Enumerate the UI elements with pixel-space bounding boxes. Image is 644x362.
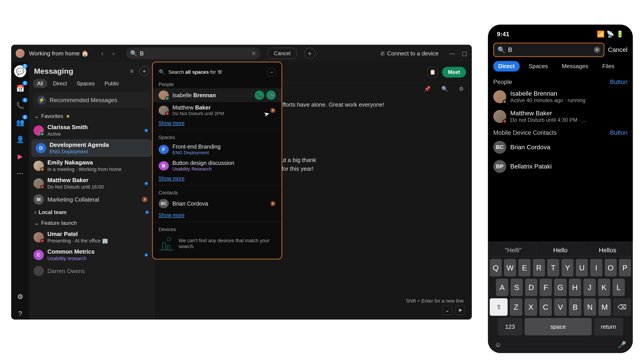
rail-contacts[interactable]: 👤 bbox=[14, 133, 26, 145]
new-chat-button[interactable]: ＋ bbox=[139, 66, 149, 76]
audio-call-icon[interactable]: 📞 bbox=[255, 90, 264, 100]
expand-composer-icon[interactable]: ⌄ bbox=[442, 305, 452, 315]
go-icon[interactable]: → bbox=[267, 68, 276, 77]
m-tab-messages[interactable]: Messages bbox=[557, 61, 593, 71]
video-call-icon[interactable]: 📹 bbox=[266, 90, 276, 100]
result-frontend[interactable]: F Front-end BrandingENG Deployment bbox=[153, 141, 282, 158]
key-x[interactable]: X bbox=[524, 298, 537, 316]
key-e[interactable]: E bbox=[518, 259, 530, 276]
rail-app[interactable]: ▶ bbox=[14, 150, 26, 162]
key-w[interactable]: W bbox=[504, 259, 516, 276]
show-more-spaces[interactable]: Show more bbox=[153, 174, 190, 183]
tab-public[interactable]: Public bbox=[100, 79, 123, 88]
back-button[interactable]: ‹ bbox=[98, 48, 107, 58]
m-result-isabelle[interactable]: Isabelle BrennanActive 40 minutes ago · … bbox=[488, 87, 633, 107]
recommended-row[interactable]: ⚡ Recommended Messages bbox=[33, 92, 150, 108]
key-k[interactable]: K bbox=[598, 279, 610, 296]
sidebar-item-dev[interactable]: D Development AgendaENG Deployment bbox=[31, 139, 152, 157]
key-c[interactable]: C bbox=[539, 298, 552, 316]
key-a[interactable]: A bbox=[496, 279, 508, 296]
key-f[interactable]: F bbox=[540, 279, 552, 296]
key-space[interactable]: space bbox=[524, 318, 592, 336]
global-search[interactable]: 🔍 ✕ bbox=[126, 48, 260, 59]
m-people-button[interactable]: Button bbox=[610, 79, 628, 86]
rail-calendar[interactable]: 📅1 bbox=[14, 82, 26, 94]
result-isabelle[interactable]: Isabelle Brennan 📞 📹 bbox=[153, 88, 282, 102]
key-z[interactable]: Z bbox=[510, 298, 522, 316]
sidebar-item-matthew[interactable]: Matthew BakerDo Not Disturb until 16:00 bbox=[29, 175, 154, 192]
key-i[interactable]: I bbox=[590, 259, 602, 276]
sidebar-item-emily[interactable]: Emily NakagawaIn a meeting · Working fro… bbox=[29, 157, 154, 175]
sugg-3[interactable]: Hellos bbox=[584, 244, 631, 257]
key-u[interactable]: U bbox=[576, 259, 588, 276]
result-brian[interactable]: BC Brian Cordova 🔕 bbox=[153, 197, 282, 211]
clear-icon[interactable]: ✕ bbox=[594, 47, 600, 53]
key-n[interactable]: N bbox=[584, 298, 596, 316]
key-j[interactable]: J bbox=[584, 279, 596, 296]
sugg-1[interactable]: "Helli" bbox=[490, 244, 537, 257]
tab-direct[interactable]: Direct bbox=[49, 79, 71, 88]
key-q[interactable]: Q bbox=[490, 259, 502, 276]
key-y[interactable]: Y bbox=[562, 259, 574, 276]
clear-icon[interactable]: ✕ bbox=[251, 50, 256, 57]
section-local-team[interactable]: › Local team bbox=[29, 207, 154, 218]
search-input[interactable] bbox=[140, 50, 249, 57]
rail-settings[interactable]: ⚙ bbox=[14, 291, 26, 303]
m-result-matthew[interactable]: Matthew BakerDo not Disturb until 4:30 P… bbox=[488, 107, 633, 126]
user-status[interactable]: Working from home 🏠 bbox=[29, 50, 88, 57]
rail-chat[interactable]: 💬5 bbox=[14, 65, 26, 77]
key-123[interactable]: 123 bbox=[498, 318, 522, 336]
key-t[interactable]: T bbox=[547, 259, 559, 276]
key-o[interactable]: O bbox=[605, 259, 617, 276]
key-d[interactable]: D bbox=[525, 279, 537, 296]
key-v[interactable]: V bbox=[554, 298, 567, 316]
mic-icon[interactable]: 🎤 bbox=[618, 341, 626, 349]
rail-calls[interactable]: 📞1 bbox=[14, 99, 26, 111]
key-shift[interactable]: ⇧ bbox=[490, 298, 508, 316]
show-more-contacts[interactable]: Show more bbox=[153, 211, 190, 220]
search-cancel-button[interactable]: Cancel bbox=[268, 48, 297, 59]
sugg-2[interactable]: Hello bbox=[537, 244, 584, 257]
sidebar-item-umar[interactable]: Umar PatelPresenting · At the office 🏢 bbox=[29, 228, 154, 246]
emoji-icon[interactable]: ☺ bbox=[495, 341, 502, 349]
m-mdc-button[interactable]: Button bbox=[610, 129, 628, 136]
forward-button[interactable]: › bbox=[109, 48, 118, 58]
key-g[interactable]: G bbox=[554, 279, 566, 296]
m-result-brian[interactable]: BC Brian Cordova bbox=[488, 138, 633, 157]
user-avatar[interactable] bbox=[16, 49, 24, 58]
search-all-row[interactable]: 🔍 Search all spaces for 'B' → bbox=[153, 65, 282, 79]
m-tab-direct[interactable]: Direct bbox=[493, 61, 520, 71]
meet-button[interactable]: Meet bbox=[442, 67, 466, 77]
sidebar-item-marketing[interactable]: M Marketing Collateral 🔕 bbox=[29, 192, 154, 207]
section-feature-launch[interactable]: ⌄ Feature launch bbox=[29, 218, 154, 228]
mobile-cancel[interactable]: Cancel bbox=[608, 46, 628, 53]
result-button-disc[interactable]: B Button design discussionUsability Rese… bbox=[153, 158, 282, 174]
mobile-search-field[interactable]: 🔍 ✕ bbox=[493, 43, 604, 57]
rail-help[interactable]: ? bbox=[14, 308, 26, 320]
settings-icon[interactable]: ⚙ bbox=[459, 86, 464, 92]
key-r[interactable]: R bbox=[533, 259, 545, 276]
maximize-icon[interactable]: ▢ bbox=[462, 50, 467, 57]
search-in-space-icon[interactable]: 🔍 bbox=[442, 86, 448, 92]
m-tab-files[interactable]: Files bbox=[597, 61, 620, 71]
pin-icon[interactable]: 📌 bbox=[424, 86, 431, 92]
mobile-search-input[interactable] bbox=[508, 46, 591, 53]
add-button[interactable]: ＋ bbox=[304, 48, 315, 59]
sidebar-item-darren[interactable]: Darren Owens bbox=[29, 264, 154, 278]
key-b[interactable]: B bbox=[569, 298, 582, 316]
show-more-people[interactable]: Show more bbox=[153, 118, 190, 128]
key-p[interactable]: P bbox=[619, 259, 631, 276]
rail-more[interactable]: ⋯ bbox=[14, 167, 26, 179]
section-favorites[interactable]: ⌄ Favorites ★ bbox=[29, 111, 154, 122]
sidebar-item-clarissa[interactable]: Clarissa SmithActive bbox=[29, 122, 154, 139]
tab-all[interactable]: All bbox=[33, 79, 47, 88]
tab-spaces[interactable]: Spaces bbox=[73, 79, 98, 88]
key-backspace[interactable]: ⌫ bbox=[613, 298, 631, 316]
connect-device[interactable]: ⎚ Connect to a device bbox=[381, 50, 438, 57]
filter-icon[interactable]: ≡ bbox=[130, 68, 134, 75]
key-s[interactable]: S bbox=[510, 279, 523, 296]
key-l[interactable]: L bbox=[612, 279, 625, 296]
key-h[interactable]: H bbox=[569, 279, 581, 296]
key-return[interactable]: return bbox=[594, 318, 623, 336]
minimize-icon[interactable]: ― bbox=[449, 50, 455, 57]
